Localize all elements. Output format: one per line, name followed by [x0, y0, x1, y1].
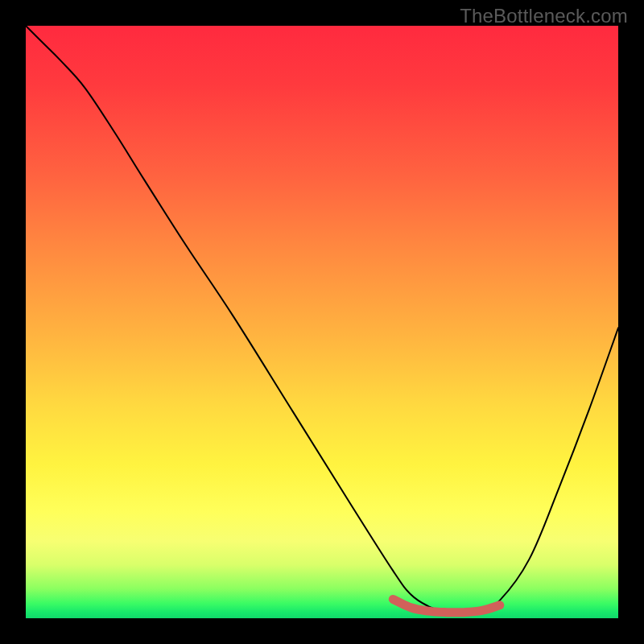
watermark-text: TheBottleneck.com: [460, 5, 628, 27]
chart-svg: [26, 26, 618, 618]
chart-frame: TheBottleneck.com: [0, 0, 644, 644]
bottleneck-curve-line: [26, 26, 618, 613]
valley-marker-line: [393, 599, 499, 612]
